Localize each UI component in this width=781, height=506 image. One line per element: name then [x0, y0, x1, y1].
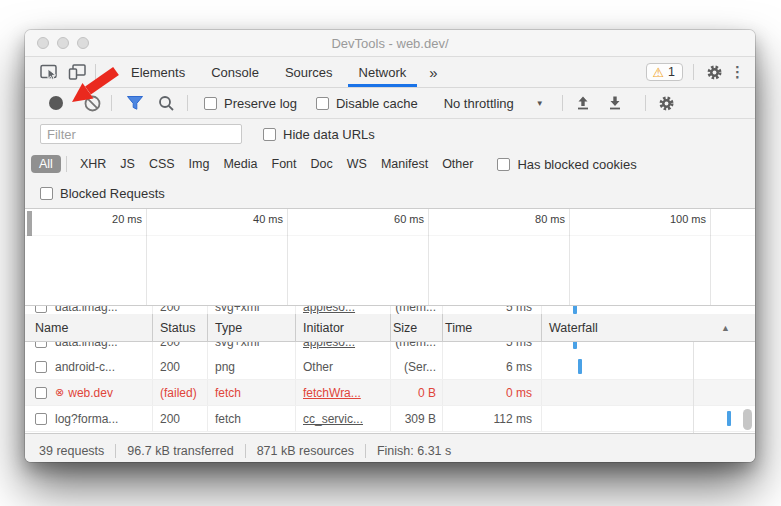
table-row[interactable]: data:imag...200svg+xmlappleso...(mem...5…: [25, 342, 755, 354]
warning-badge[interactable]: ⚠ 1: [646, 63, 683, 81]
request-status: 200: [160, 306, 180, 314]
dropdown-arrow-icon: ▼: [536, 99, 544, 108]
panel-tabs: ElementsConsoleSourcesNetwork: [118, 57, 419, 87]
hide-data-urls-checkbox[interactable]: [263, 128, 276, 141]
table-header: NameStatusTypeInitiatorSizeTimeWaterfall…: [25, 314, 755, 342]
tab-console[interactable]: Console: [198, 57, 272, 87]
table-row[interactable]: android-c...200pngOther(Ser...6 ms: [25, 354, 755, 380]
search-icon[interactable]: [158, 95, 175, 112]
devtools-window: DevTools - web.dev/ ElementsConsoleSourc…: [25, 30, 755, 462]
column-header-status[interactable]: Status: [153, 314, 208, 341]
request-time: 112 ms: [494, 412, 532, 426]
filter-chip-doc[interactable]: Doc: [305, 155, 339, 173]
title-bar: DevTools - web.dev/: [25, 30, 755, 57]
preserve-log-checkbox[interactable]: [204, 97, 217, 110]
timeline-tick-label: 60 ms: [394, 213, 424, 225]
request-checkbox[interactable]: [35, 413, 47, 425]
request-initiator[interactable]: appleso...: [303, 306, 355, 314]
filter-chip-js[interactable]: JS: [114, 155, 141, 173]
statusbar-item: Finish: 6.31 s: [366, 444, 462, 458]
filter-funnel-icon[interactable]: [126, 95, 144, 111]
table-row[interactable]: log?forma...200fetchcc_servic...309 B112…: [25, 406, 755, 432]
request-size: 309 B: [405, 412, 436, 426]
column-header-size[interactable]: Size: [391, 314, 443, 341]
filter-chip-img[interactable]: Img: [183, 155, 216, 173]
request-name: data:imag...: [55, 306, 118, 314]
close-window-button[interactable]: [37, 37, 49, 49]
request-initiator[interactable]: cc_servic...: [303, 412, 363, 426]
vertical-scrollbar[interactable]: [743, 409, 752, 430]
statusbar-item: 871 kB resources: [246, 444, 365, 458]
timeline-tick-label: 80 ms: [535, 213, 565, 225]
error-icon: ⊗: [55, 387, 64, 398]
request-status: (failed): [160, 386, 197, 400]
blocked-requests-checkbox[interactable]: [40, 187, 53, 200]
device-toolbar-icon[interactable]: [67, 62, 87, 82]
minimize-window-button[interactable]: [57, 37, 69, 49]
filter-input[interactable]: [40, 124, 242, 144]
network-settings-gear-icon[interactable]: [658, 95, 675, 112]
tab-network[interactable]: Network: [346, 57, 420, 87]
has-blocked-cookies-checkbox[interactable]: [497, 158, 510, 171]
column-header-name[interactable]: Name: [25, 314, 153, 341]
request-size: (Ser...: [404, 360, 436, 374]
kebab-menu-icon[interactable]: ⋮: [724, 63, 755, 81]
status-bar: 39 requests96.7 kB transferred871 kB res…: [25, 433, 755, 462]
blocked-requests-label: Blocked Requests: [60, 186, 165, 201]
request-type: fetch: [215, 386, 241, 400]
request-checkbox[interactable]: [35, 387, 47, 399]
main-tab-bar: ElementsConsoleSourcesNetwork » ⚠ 1 ⋮: [25, 57, 755, 88]
request-name: data:imag...: [55, 342, 118, 349]
filter-chip-xhr[interactable]: XHR: [74, 155, 112, 173]
overview-scroll-artifact: [27, 211, 32, 236]
column-header-type[interactable]: Type: [208, 314, 296, 341]
timeline-gridline: [569, 209, 570, 305]
filter-chip-media[interactable]: Media: [217, 155, 263, 173]
toolbar-separator: [693, 64, 694, 80]
window-title: DevTools - web.dev/: [331, 36, 448, 51]
inspect-element-icon[interactable]: [39, 62, 59, 82]
clear-icon[interactable]: [84, 95, 101, 112]
waterfall-bar: [578, 359, 582, 374]
clipped-row: data:imag...200svg+xmlappleso...(mem...5…: [25, 342, 755, 354]
more-tabs-button[interactable]: »: [419, 64, 447, 81]
filter-chip-all[interactable]: All: [31, 155, 61, 173]
column-header-initiator[interactable]: Initiator: [296, 314, 391, 341]
warning-count: 1: [668, 65, 675, 79]
sort-arrow-icon[interactable]: ▲: [721, 323, 730, 333]
request-status: 200: [160, 342, 180, 349]
filter-chip-other[interactable]: Other: [436, 155, 479, 173]
request-size: (mem...: [395, 342, 436, 349]
disable-cache-checkbox[interactable]: [316, 97, 329, 110]
zoom-window-button[interactable]: [77, 37, 89, 49]
request-checkbox[interactable]: [35, 342, 47, 348]
tab-elements[interactable]: Elements: [118, 57, 198, 87]
filter-chip-manifest[interactable]: Manifest: [375, 155, 434, 173]
filter-chip-font[interactable]: Font: [266, 155, 303, 173]
table-row[interactable]: ⊗web.dev(failed)fetchfetchWra...0 B0 ms: [25, 380, 755, 406]
network-toolbar: Preserve log Disable cache No throttling…: [25, 88, 755, 119]
filter-chip-css[interactable]: CSS: [143, 155, 181, 173]
waterfall-bar: [573, 342, 577, 349]
request-name: web.dev: [68, 386, 113, 400]
toolbar-separator: [562, 95, 563, 111]
request-initiator[interactable]: appleso...: [303, 342, 355, 349]
toolbar-separator: [111, 95, 112, 111]
export-har-icon[interactable]: [607, 95, 623, 111]
record-button[interactable]: [49, 96, 63, 110]
request-initiator[interactable]: fetchWra...: [303, 386, 361, 400]
settings-gear-icon[interactable]: [704, 62, 724, 82]
tab-sources[interactable]: Sources: [272, 57, 346, 87]
request-checkbox[interactable]: [35, 361, 47, 373]
table-row[interactable]: data:imag...200svg+xmlappleso...(mem...5…: [25, 306, 755, 314]
filter-chip-ws[interactable]: WS: [341, 155, 373, 173]
throttling-select[interactable]: No throttling ▼: [444, 96, 544, 111]
request-time: 5 ms: [506, 342, 532, 349]
import-har-icon[interactable]: [575, 95, 591, 111]
request-initiator: Other: [303, 360, 333, 374]
toolbar-separator: [645, 95, 646, 111]
request-size: 0 B: [418, 386, 436, 400]
column-header-time[interactable]: Time: [443, 314, 542, 341]
timeline-overview[interactable]: 20 ms40 ms60 ms80 ms100 ms: [25, 209, 755, 306]
request-checkbox[interactable]: [35, 306, 47, 313]
